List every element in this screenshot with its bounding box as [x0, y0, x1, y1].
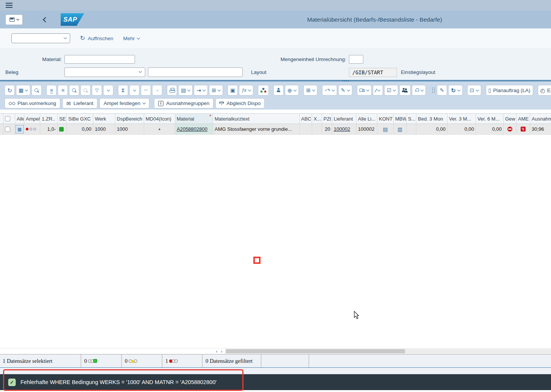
planauftrag-button[interactable]: Planauftrag (LA)	[486, 85, 533, 96]
dspbereich-cell: 1000	[115, 124, 144, 134]
col-header-ausnahm[interactable]: Ausnahm	[530, 114, 551, 124]
col-header-pzt[interactable]: PZt	[322, 114, 332, 124]
back-button[interactable]	[42, 18, 49, 22]
chart-button[interactable]	[373, 85, 383, 96]
alerts-button[interactable]	[412, 85, 426, 96]
col-header-ver-3m[interactable]: Ver. 3 M...	[447, 114, 476, 124]
show-details-button[interactable]	[31, 85, 42, 96]
material-input[interactable]	[64, 55, 135, 64]
einteilung-button[interactable]: Ei	[538, 85, 551, 96]
overview-grid-icon[interactable]	[16, 125, 24, 133]
procurement-button[interactable]	[357, 85, 372, 96]
chevron-down-icon	[332, 88, 335, 91]
col-header-materialkurztext[interactable]: Materialkurztext	[213, 114, 300, 124]
edit-document-button[interactable]	[437, 85, 447, 96]
print-button[interactable]	[167, 85, 177, 96]
sum-menu-button[interactable]	[129, 85, 140, 96]
col-header-sibe-gxc[interactable]: SiBe GXC	[67, 114, 93, 124]
plan-vormerkung-button[interactable]: Plan.vormerkung	[5, 98, 60, 108]
splitter-grip-icon[interactable]	[342, 80, 350, 82]
col-header-ame[interactable]: AME	[516, 114, 530, 124]
layout-settings-button[interactable]	[209, 85, 223, 96]
more-menu-button[interactable]: Mehr	[123, 36, 140, 41]
col-header-s[interactable]: S...	[407, 114, 416, 124]
col-header-md04[interactable]: MD04(Icon)	[144, 114, 175, 124]
scrollbar-thumb[interactable]	[226, 349, 405, 353]
formula-button[interactable]	[239, 85, 253, 96]
uom-input[interactable]	[349, 55, 363, 64]
col-header-se[interactable]: SE	[58, 114, 67, 124]
tasks-button[interactable]	[384, 85, 399, 96]
scroll-left-icon[interactable]	[214, 349, 219, 354]
col-header-abc[interactable]: ABC	[300, 114, 312, 124]
refresh-button[interactable]	[5, 85, 15, 96]
contract-document-icon[interactable]	[383, 127, 388, 132]
toolbar-grip-icon	[432, 88, 435, 93]
find-next-button[interactable]	[80, 85, 91, 96]
ampel-festlegen-button[interactable]: Ampel festlegen	[99, 98, 149, 108]
export-button[interactable]	[194, 85, 208, 96]
material-cell: A2058802800	[175, 124, 213, 134]
insert-button[interactable]	[285, 85, 299, 96]
col-header-mbw[interactable]: MBW	[394, 114, 407, 124]
mass-change-button[interactable]	[338, 85, 352, 96]
lieferant-link[interactable]: 100002	[334, 126, 350, 132]
sum-button[interactable]	[118, 85, 128, 96]
materialkurztext-cell: AMG Stossfaenger vorne grundie...	[213, 124, 300, 134]
col-header-gew[interactable]: Gew	[504, 114, 516, 124]
col-header-alle-li[interactable]: Alle Li...	[356, 114, 377, 124]
filter-menu-button[interactable]	[103, 85, 113, 96]
mass-confirm-button[interactable]	[322, 85, 337, 96]
chevron-down-icon	[377, 88, 380, 91]
hamburger-menu-icon[interactable]	[6, 5, 13, 6]
subtotal-button[interactable]	[141, 85, 151, 96]
session-select-button[interactable]	[5, 14, 23, 25]
col-header-ampel[interactable]: Ampel	[24, 114, 40, 124]
beleg-input[interactable]	[148, 67, 243, 77]
col-header-bed-3mon[interactable]: Bed. 3 Mon	[416, 114, 447, 124]
scroll-right-icon[interactable]	[219, 349, 224, 354]
layout-value-field[interactable]: /GIB/START	[349, 68, 397, 77]
sync-button[interactable]	[448, 85, 463, 96]
info-icon	[158, 101, 163, 106]
partners-button[interactable]	[399, 85, 411, 96]
refresh-menu-button[interactable]: Auffrischen	[80, 35, 113, 41]
find-button[interactable]	[69, 85, 79, 96]
print-preview-button[interactable]	[178, 85, 193, 96]
material-link[interactable]: A2058802800	[177, 126, 207, 132]
col-header-werk[interactable]: Werk	[93, 114, 115, 124]
table-settings-button[interactable]	[16, 85, 30, 96]
col-header-lieferant[interactable]: Lieferant	[332, 114, 356, 124]
col-header-dspbereich[interactable]: DspBereich	[115, 114, 144, 124]
col-header-ver-6m[interactable]: Ver. 6 M...	[476, 114, 504, 124]
abgleich-dispo-button[interactable]: Abgleich Dispo	[215, 98, 265, 108]
splitter-line[interactable]	[0, 80, 551, 82]
subtotal-menu-button[interactable]	[152, 85, 162, 96]
box-add-button[interactable]	[303, 85, 317, 96]
banknote-icon[interactable]	[397, 127, 402, 132]
transaction-combobox[interactable]	[11, 33, 70, 43]
sort-descending-button[interactable]	[58, 85, 68, 96]
table-row[interactable]: 1,0- 0,00 1000 1000 A2058802800 AMG Stos…	[0, 124, 551, 135]
select-all-checkbox[interactable]	[5, 116, 10, 121]
col-header-1zr[interactable]: 1.ZR..	[40, 114, 58, 124]
col-header-x[interactable]: X...	[312, 114, 322, 124]
user-view-button[interactable]	[273, 85, 284, 96]
persons-icon	[402, 88, 408, 93]
row-checkbox[interactable]	[5, 127, 10, 132]
col-header-kont[interactable]: KONT	[377, 114, 394, 124]
status-empty-cell	[262, 354, 308, 367]
col-header-material[interactable]: Material	[175, 114, 213, 124]
ausnahmegruppen-button[interactable]: Ausnahmegruppen	[154, 98, 213, 108]
lieferant-button[interactable]: Lieferant	[62, 98, 97, 108]
edit-form-button[interactable]	[467, 85, 481, 96]
graphic-button[interactable]	[228, 85, 238, 96]
sort-ascending-button[interactable]	[46, 85, 57, 96]
beleg-select[interactable]	[64, 67, 145, 77]
distribution-button[interactable]	[258, 85, 269, 96]
filter-icon	[95, 88, 99, 93]
scrollbar-track[interactable]	[226, 349, 551, 354]
col-header-alle[interactable]: Alle	[15, 114, 24, 124]
filter-button[interactable]	[92, 85, 102, 96]
md04-stock-icon[interactable]	[158, 127, 161, 131]
